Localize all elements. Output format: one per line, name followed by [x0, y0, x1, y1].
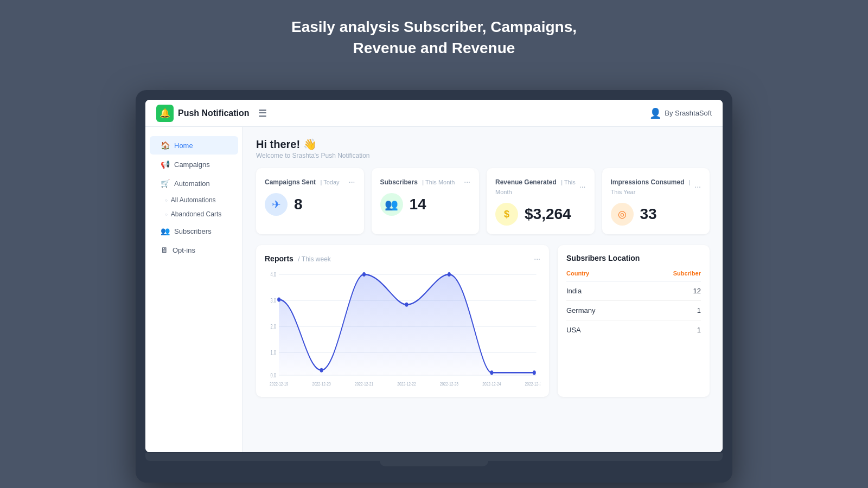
stat-period-campaigns: | Today [320, 179, 339, 185]
by-label: By SrashtaSoft [665, 109, 712, 117]
svg-text:2.0: 2.0 [271, 324, 276, 330]
laptop-screen: 🔔 Push Notification ☰ 👤 By SrashtaSoft 🏠… [145, 100, 723, 452]
sidebar-item-campaigns[interactable]: 📢 Campaigns [150, 155, 238, 174]
reports-header: Reports / This week ··· [265, 254, 540, 264]
svg-text:2022-12-23: 2022-12-23 [440, 381, 459, 387]
stat-dots-impressions[interactable]: ··· [694, 182, 701, 191]
svg-text:2022-12-22: 2022-12-22 [397, 381, 416, 387]
col-subscriber: Subcriber [673, 270, 701, 277]
sidebar-label-automation: Automation [174, 179, 210, 188]
stat-value-impressions: 33 [640, 206, 657, 223]
svg-point-16 [533, 371, 536, 375]
stat-period-subscribers: | This Month [422, 179, 455, 185]
stat-title-impressions: Impressions Consumed [611, 178, 685, 186]
optins-icon: 🖥 [161, 246, 168, 254]
location-title: Subsribers Location [566, 254, 701, 262]
topbar-right: 👤 By SrashtaSoft [649, 107, 712, 119]
greeting-title: Hi there! 👋 [256, 138, 710, 151]
stat-value-subscribers: 14 [410, 196, 426, 213]
bottom-row: Reports / This week ··· 4.0 3.0 2.0 [256, 245, 710, 397]
stat-value-revenue: $3,264 [525, 206, 571, 223]
stat-body-campaigns: ✈ 8 [265, 193, 355, 216]
reports-title: Reports [265, 254, 293, 263]
stat-card-impressions: Impressions Consumed | This Year ··· ◎ 3… [602, 168, 710, 234]
stat-card-header-revenue: Revenue Generated | This Month ··· [495, 177, 586, 196]
topbar: 🔔 Push Notification ☰ 👤 By SrashtaSoft [145, 100, 723, 127]
page-heading: Easily analysis Subscriber, Campaigns, R… [291, 16, 577, 75]
automation-icon: 🛒 [161, 179, 170, 188]
sidebar-label-subscribers: Subscribers [174, 227, 212, 235]
svg-point-11 [320, 368, 323, 373]
main-layout: 🏠 Home 📢 Campaigns 🛒 Automation All Auto… [145, 127, 723, 452]
stat-title-subscribers: Subscribers [380, 178, 418, 186]
stat-body-revenue: $ $3,264 [495, 203, 586, 226]
chart-area: 4.0 3.0 2.0 1.0 0.0 [265, 269, 540, 388]
stat-body-subscribers: 👥 14 [380, 193, 471, 216]
country-germany: Germany [566, 306, 595, 314]
chart-svg: 4.0 3.0 2.0 1.0 0.0 [265, 269, 540, 388]
main-content: Hi there! 👋 Welcome to Srashta's Push No… [243, 127, 723, 452]
svg-point-13 [405, 303, 408, 307]
svg-point-15 [490, 371, 493, 375]
greeting-subtitle: Welcome to Srashta's Push Notification [256, 152, 710, 159]
svg-text:0.0: 0.0 [271, 373, 276, 378]
logo-icon: 🔔 [156, 105, 174, 122]
count-india: 12 [693, 287, 701, 295]
location-card: Subsribers Location Country Subcriber In… [558, 245, 710, 397]
country-usa: USA [566, 326, 581, 334]
location-row-usa: USA 1 [566, 320, 701, 339]
location-row-germany: Germany 1 [566, 301, 701, 320]
stat-value-campaigns: 8 [294, 196, 303, 213]
all-automations-label: All Automations [171, 196, 216, 204]
svg-text:2022-12-20: 2022-12-20 [312, 381, 331, 387]
location-table-header: Country Subcriber [566, 270, 701, 281]
home-icon: 🏠 [161, 141, 170, 150]
svg-text:1.0: 1.0 [271, 350, 276, 356]
svg-text:2022-12-24: 2022-12-24 [482, 381, 501, 387]
stat-title-campaigns: Campaigns Sent [265, 178, 316, 186]
svg-point-12 [362, 272, 366, 277]
hamburger-menu[interactable]: ☰ [258, 107, 267, 119]
stat-card-header-subscribers: Subscribers | This Month ··· [380, 177, 471, 187]
greeting-section: Hi there! 👋 Welcome to Srashta's Push No… [256, 138, 710, 159]
svg-text:3.0: 3.0 [271, 298, 276, 304]
campaigns-icon: 📢 [161, 160, 170, 169]
reports-dots[interactable]: ··· [534, 254, 540, 263]
svg-text:2022-12-25: 2022-12-25 [525, 381, 540, 387]
svg-text:4.0: 4.0 [271, 272, 276, 278]
stat-icon-revenue: $ [495, 203, 518, 226]
sidebar-item-automation[interactable]: 🛒 Automation [150, 174, 238, 192]
sidebar-item-optins[interactable]: 🖥 Opt-ins [150, 241, 238, 259]
sidebar-sub-abandoned-carts[interactable]: Abandoned Carts [145, 207, 242, 221]
sidebar-sub-all-automations[interactable]: All Automations [145, 193, 242, 207]
stat-card-subscribers: Subscribers | This Month ··· 👥 14 [372, 168, 480, 234]
sidebar-item-home[interactable]: 🏠 Home [150, 136, 238, 155]
logo-text: Push Notification [178, 108, 250, 118]
sidebar-item-subscribers[interactable]: 👥 Subscribers [150, 222, 238, 240]
stat-card-campaigns-sent: Campaigns Sent | Today ··· ✈ 8 [256, 168, 364, 234]
stat-icon-subscribers: 👥 [380, 193, 403, 216]
stat-icon-impressions: ◎ [611, 203, 634, 226]
reports-period: / This week [298, 255, 330, 263]
stat-dots-campaigns[interactable]: ··· [349, 177, 355, 186]
stat-icon-campaigns: ✈ [265, 193, 288, 216]
abandoned-carts-label: Abandoned Carts [171, 210, 221, 218]
stat-dots-subscribers[interactable]: ··· [464, 177, 470, 186]
sidebar-label-campaigns: Campaigns [174, 160, 210, 169]
col-country: Country [566, 270, 589, 277]
location-row-india: India 12 [566, 281, 701, 301]
stat-card-header-campaigns: Campaigns Sent | Today ··· [265, 177, 355, 187]
svg-text:2022-12-19: 2022-12-19 [270, 381, 289, 387]
stat-title-revenue: Revenue Generated [495, 178, 557, 186]
laptop-frame: 🔔 Push Notification ☰ 👤 By SrashtaSoft 🏠… [136, 90, 732, 483]
svg-point-10 [277, 298, 280, 302]
count-usa: 1 [697, 326, 701, 334]
reports-card: Reports / This week ··· 4.0 3.0 2.0 [256, 245, 549, 397]
sidebar-label-optins: Opt-ins [173, 246, 195, 254]
count-germany: 1 [697, 306, 701, 314]
sidebar-label-home: Home [174, 142, 193, 150]
laptop-base [145, 453, 723, 461]
user-icon: 👤 [649, 107, 661, 119]
stat-dots-revenue[interactable]: ··· [579, 182, 586, 191]
country-india: India [566, 287, 582, 295]
